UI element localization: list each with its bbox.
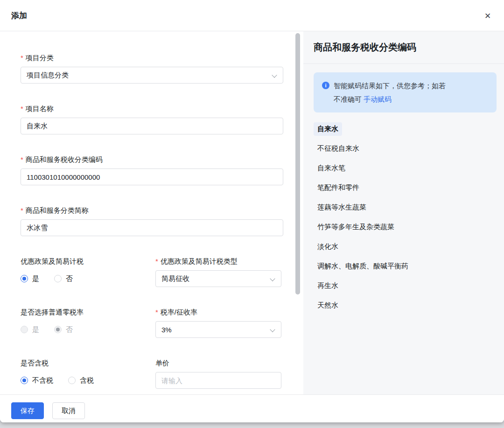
project-name-input[interactable]	[21, 118, 283, 134]
zero-rate-label: 是否选择普通零税率	[21, 307, 155, 317]
panel-title: 商品和服务税收分类编码	[314, 41, 416, 54]
required-asterisk: *	[21, 155, 23, 163]
tax-included-label: 是否含税	[21, 358, 155, 368]
list-item[interactable]: 天然水	[317, 295, 504, 315]
tax-rate-value: 3%	[161, 326, 172, 334]
field-unit-price: 单价	[155, 358, 281, 389]
policy-yes-label: 是	[32, 274, 39, 283]
info-icon: i	[322, 82, 329, 89]
cancel-button[interactable]: 取消	[52, 402, 85, 419]
smart-coding-info-box: i 智能赋码结果如下，供您参考；如若 不准确可手动赋码	[314, 72, 497, 112]
field-tax-included: 是否含税 不含税 含税	[21, 358, 155, 389]
field-policy-type: *优惠政策及简易计税类型 简易征收	[155, 256, 281, 287]
required-asterisk: *	[155, 308, 158, 316]
zero-rate-no-label: 否	[66, 325, 73, 334]
row-policy: 优惠政策及简易计税 是 否 *优惠政策及简易计税类型	[21, 256, 283, 287]
chevron-down-icon	[272, 72, 277, 77]
dialog-header: 添加 ✕	[0, 0, 504, 31]
list-item[interactable]: 再生水	[317, 276, 504, 295]
suggestion-list: 自来水 不征税自来水 自来水笔 笔配件和零件 莲藕等水生蔬菜 竹笋等多年生及杂类…	[303, 119, 504, 315]
required-asterisk: *	[21, 54, 23, 62]
tax-code-label: *商品和服务税收分类编码	[21, 154, 283, 164]
zero-rate-radio-group: 是 否	[21, 321, 155, 338]
project-category-label: *项目分类	[21, 53, 283, 63]
tax-exclusive-label: 不含税	[32, 376, 53, 385]
policy-type-value: 简易征收	[161, 274, 189, 283]
project-name-label: *项目名称	[21, 104, 283, 113]
project-category-select[interactable]: 项目信息分类	[21, 67, 283, 84]
field-project-name: *项目名称	[21, 104, 283, 134]
list-item[interactable]: 莲藕等水生蔬菜	[317, 197, 504, 217]
tax-code-input[interactable]	[21, 168, 283, 185]
policy-type-label: *优惠政策及简易计税类型	[155, 256, 281, 266]
selected-item-chip: 自来水	[314, 122, 342, 136]
policy-radio-group: 是 否	[21, 270, 155, 287]
row-tax-included: 是否含税 不含税 含税 单价	[21, 358, 283, 389]
project-category-value: 项目信息分类	[27, 71, 69, 80]
close-icon[interactable]: ✕	[482, 10, 494, 22]
field-tax-rate: *税率/征收率 3%	[155, 307, 281, 338]
save-button[interactable]: 保存	[11, 402, 44, 419]
field-short-name: *商品和服务分类简称	[21, 205, 283, 236]
tax-rate-select[interactable]: 3%	[155, 321, 281, 338]
radio-unchecked-icon	[68, 377, 76, 384]
tax-included-radio-exclusive[interactable]: 不含税	[21, 376, 53, 385]
list-item[interactable]: 淡化水	[317, 237, 504, 256]
form-panel: *项目分类 项目信息分类 *项目名称 *商品和服务税收分类编码 *商品和服务分类…	[0, 31, 303, 394]
tax-included-radio-inclusive[interactable]: 含税	[68, 376, 94, 385]
zero-rate-radio-no: 否	[54, 325, 73, 334]
tax-inclusive-label: 含税	[80, 376, 94, 385]
required-asterisk: *	[21, 105, 23, 112]
policy-radio-yes[interactable]: 是	[21, 274, 39, 283]
radio-checked-icon	[21, 377, 28, 384]
short-name-input[interactable]	[21, 219, 283, 236]
field-zero-rate: 是否选择普通零税率 是 否	[21, 307, 155, 338]
list-item[interactable]: 笔配件和零件	[317, 178, 504, 197]
radio-checked-icon	[21, 275, 28, 282]
zero-rate-radio-yes: 是	[21, 325, 39, 334]
manual-coding-link[interactable]: 手动赋码	[364, 95, 392, 103]
policy-label: 优惠政策及简易计税	[21, 256, 155, 266]
add-item-dialog: 添加 ✕ *项目分类 项目信息分类 *项目名称 *商品和服务税收分类编码	[0, 0, 504, 422]
list-item[interactable]: 不征税自来水	[317, 139, 504, 158]
radio-disabled-icon	[21, 326, 28, 333]
unit-price-input[interactable]	[155, 372, 281, 389]
radio-disabled-checked-icon	[54, 326, 62, 333]
policy-type-select[interactable]: 简易征收	[155, 270, 281, 287]
tax-code-panel: 商品和服务税收分类编码 i 智能赋码结果如下，供您参考；如若 不准确可手动赋码 …	[303, 31, 504, 394]
chevron-down-icon	[270, 276, 275, 281]
policy-radio-no[interactable]: 否	[54, 274, 73, 283]
dialog-footer: 保存 取消	[0, 394, 504, 422]
tax-rate-label: *税率/征收率	[155, 307, 281, 317]
field-tax-code: *商品和服务税收分类编码	[21, 154, 283, 185]
info-line2: 不准确可手动赋码	[334, 92, 446, 106]
dialog-body: *项目分类 项目信息分类 *项目名称 *商品和服务税收分类编码 *商品和服务分类…	[0, 31, 504, 394]
list-item[interactable]: 调解水、电解质、酸碱平衡药	[317, 256, 504, 276]
field-policy: 优惠政策及简易计税 是 否	[21, 256, 155, 287]
info-text: 智能赋码结果如下，供您参考；如若 不准确可手动赋码	[334, 79, 446, 106]
required-asterisk: *	[155, 257, 158, 265]
field-project-category: *项目分类 项目信息分类	[21, 53, 283, 84]
vertical-scrollbar[interactable]	[295, 33, 300, 295]
short-name-label: *商品和服务分类简称	[21, 205, 283, 215]
chevron-down-icon	[270, 327, 275, 332]
list-item[interactable]: 竹笋等多年生及杂类蔬菜	[317, 217, 504, 237]
list-item[interactable]: 自来水笔	[317, 158, 504, 178]
radio-unchecked-icon	[54, 275, 62, 282]
unit-price-label: 单价	[155, 358, 281, 368]
tax-included-radio-group: 不含税 含税	[21, 372, 155, 389]
panel-title-wrap: 商品和服务税收分类编码	[303, 31, 504, 64]
required-asterisk: *	[21, 206, 23, 214]
zero-rate-yes-label: 是	[32, 325, 39, 334]
dialog-title: 添加	[11, 10, 27, 21]
row-zero-rate: 是否选择普通零税率 是 否 *税率/征收率	[21, 307, 283, 338]
info-line1: 智能赋码结果如下，供您参考；如若	[334, 79, 446, 92]
policy-no-label: 否	[66, 274, 73, 283]
list-item-selected[interactable]: 自来水	[317, 119, 504, 139]
